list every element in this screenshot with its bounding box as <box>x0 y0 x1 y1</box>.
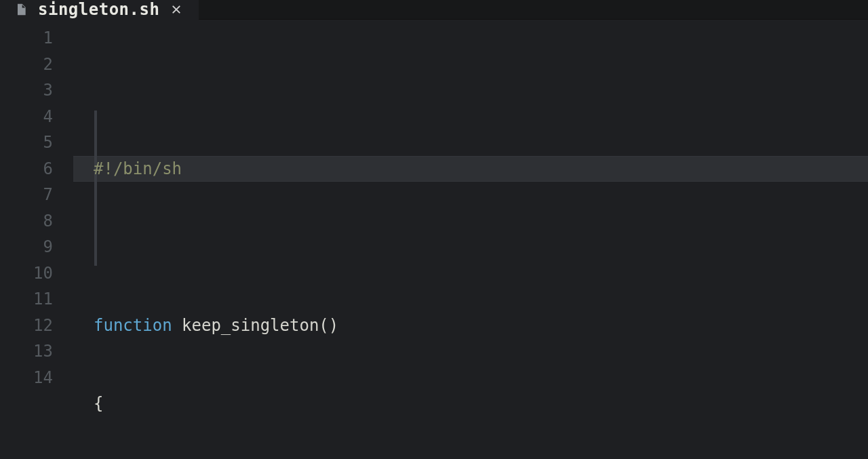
tab-filename: singleton.sh <box>38 0 159 19</box>
line-number: 4 <box>0 104 53 130</box>
line-number: 5 <box>0 129 53 156</box>
line-number: 12 <box>0 313 53 339</box>
code-line: function keep_singleton() <box>73 313 868 339</box>
line-number: 7 <box>0 182 53 208</box>
code-content[interactable]: #!/bin/sh function keep_singleton() { ec… <box>73 25 868 459</box>
line-number: 11 <box>0 286 53 313</box>
code-area[interactable]: 1234567891011121314 #!/bin/sh function k… <box>0 20 868 459</box>
current-line-highlight <box>73 156 868 182</box>
line-number: 13 <box>0 338 53 365</box>
line-number: 1 <box>0 25 53 52</box>
file-icon <box>14 2 28 17</box>
indent-guide <box>94 111 97 266</box>
line-number: 9 <box>0 234 53 260</box>
code-line: { <box>73 391 868 417</box>
line-number: 10 <box>0 260 53 287</box>
close-icon[interactable] <box>169 2 184 17</box>
tab-singleton-sh[interactable]: singleton.sh <box>0 0 199 19</box>
line-number: 14 <box>0 365 53 391</box>
tab-bar: singleton.sh <box>0 0 868 20</box>
line-number: 2 <box>0 52 53 78</box>
line-number: 3 <box>0 77 53 104</box>
code-line <box>73 234 868 260</box>
code-editor: singleton.sh 1234567891011121314 #!/bin/… <box>0 0 868 459</box>
line-number-gutter: 1234567891011121314 <box>0 25 73 459</box>
line-number: 6 <box>0 156 53 182</box>
line-number: 8 <box>0 208 53 235</box>
